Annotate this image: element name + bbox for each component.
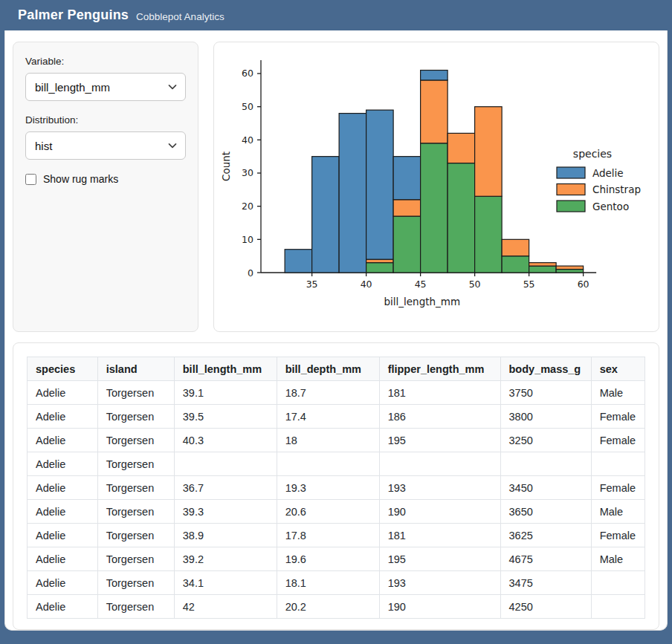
sidebar: Variable: bill_length_mm Distribution: h… — [13, 42, 198, 332]
table-cell: 4675 — [500, 547, 591, 571]
app-header: Palmer Penguins Cobblepot Analytics — [0, 0, 672, 30]
rug-checkbox-row: Show rug marks — [25, 173, 186, 185]
table-row: AdelieTorgersen39.219.61954675Male — [28, 547, 645, 571]
table-row: AdelieTorgersen39.320.61903650Male — [28, 500, 645, 524]
table-cell: Adelie — [28, 524, 98, 547]
legend-label-gentoo: Gentoo — [592, 200, 629, 212]
table-cell: Torgersen — [97, 595, 174, 619]
histogram-bar-gentoo — [529, 266, 557, 273]
histogram-bar-gentoo — [475, 196, 503, 273]
table-cell: 3625 — [500, 524, 591, 547]
table-cell: 40.3 — [174, 429, 277, 452]
table-cell: Male — [591, 381, 644, 405]
variable-select[interactable]: bill_length_mm — [25, 73, 186, 101]
table-cell: Torgersen — [97, 405, 174, 429]
legend-title: species — [573, 148, 612, 160]
table-cell: 3750 — [500, 381, 591, 405]
histogram-bar-adelie — [285, 249, 312, 272]
legend-swatch-gentoo — [557, 201, 585, 212]
table-cell: Torgersen — [97, 547, 174, 571]
table-cell — [379, 452, 500, 476]
histogram-bar-gentoo — [448, 163, 475, 272]
histogram-bar-gentoo — [393, 216, 421, 273]
table-cell: Male — [591, 547, 644, 571]
page-container: Variable: bill_length_mm Distribution: h… — [4, 30, 668, 631]
table-cell: 3450 — [500, 476, 591, 500]
table-cell: Adelie — [28, 381, 98, 405]
variable-label: Variable: — [25, 56, 186, 67]
histogram-bar-chinstrap — [393, 199, 421, 215]
table-cell: 42 — [174, 595, 277, 619]
table-cell: Torgersen — [97, 524, 174, 547]
table-cell — [591, 452, 644, 476]
svg-text:0: 0 — [248, 267, 253, 278]
table-cell — [174, 452, 277, 476]
table-body: AdelieTorgersen39.118.71813750MaleAdelie… — [28, 381, 645, 619]
table-cell: Female — [591, 524, 644, 547]
table-cell: 17.4 — [277, 405, 379, 429]
svg-text:60: 60 — [242, 68, 253, 79]
table-cell: Torgersen — [97, 429, 174, 452]
histogram-bar-gentoo — [421, 143, 448, 272]
distribution-select[interactable]: hist — [25, 131, 186, 160]
distribution-select-wrap: hist — [25, 131, 186, 160]
table-cell: 190 — [379, 595, 500, 619]
histogram-bar-adelie — [393, 156, 421, 199]
legend-label-adelie: Adelie — [592, 166, 624, 178]
legend-label-chinstrap: Chinstrap — [592, 183, 641, 195]
table-cell: Adelie — [28, 476, 98, 500]
legend-swatch-chinstrap — [557, 183, 585, 195]
table-cell: Adelie — [28, 405, 98, 429]
svg-text:30: 30 — [242, 167, 253, 178]
histogram-bar-adelie — [421, 70, 448, 79]
table-cell: 19.6 — [277, 547, 379, 571]
histogram-bar-gentoo — [502, 256, 529, 272]
table-row: AdelieTorgersen39.118.71813750Male — [28, 381, 645, 405]
table-cell — [591, 595, 644, 619]
table-cell: Adelie — [28, 571, 98, 595]
column-header-species: species — [28, 357, 98, 381]
histogram-bar-gentoo — [556, 269, 584, 272]
histogram-bar-adelie — [312, 156, 340, 272]
y-axis-label: Count — [220, 151, 232, 180]
variable-select-value: bill_length_mm — [35, 81, 110, 94]
table-cell: Torgersen — [97, 500, 174, 524]
app-subtitle: Cobblepot Analytics — [136, 9, 224, 22]
column-header-bill_length_mm: bill_length_mm — [174, 357, 277, 381]
table-cell — [277, 452, 379, 476]
table-cell: 39.5 — [174, 405, 277, 429]
table-row: AdelieTorgersen38.917.81813625Female — [28, 524, 645, 547]
table-cell: 34.1 — [174, 571, 277, 595]
svg-text:10: 10 — [242, 233, 253, 244]
histogram-bar-chinstrap — [529, 262, 557, 265]
legend-swatch-adelie — [557, 167, 585, 178]
histogram-bar-chinstrap — [421, 79, 448, 143]
rug-checkbox[interactable] — [25, 174, 36, 185]
table-cell: 4250 — [500, 595, 591, 619]
svg-text:45: 45 — [415, 279, 427, 290]
column-header-sex: sex — [591, 357, 644, 381]
column-header-body_mass_g: body_mass_g — [500, 357, 591, 381]
top-row: Variable: bill_length_mm Distribution: h… — [13, 42, 659, 332]
table-cell: 190 — [379, 500, 500, 524]
table-cell: Adelie — [28, 500, 98, 524]
penguins-table: speciesislandbill_length_mmbill_depth_mm… — [27, 357, 645, 619]
table-cell: Female — [591, 476, 644, 500]
rug-checkbox-label[interactable]: Show rug marks — [43, 173, 118, 185]
svg-text:50: 50 — [469, 279, 481, 290]
svg-text:20: 20 — [242, 201, 253, 212]
x-axis-label: bill_length_mm — [384, 296, 460, 308]
table-cell: Adelie — [28, 547, 98, 571]
table-cell: 193 — [379, 571, 500, 595]
histogram-bar-chinstrap — [502, 239, 529, 256]
histogram-bar-chinstrap — [556, 266, 584, 269]
table-cell: 193 — [379, 476, 500, 500]
table-cell: 38.9 — [174, 524, 277, 547]
table-cell: 195 — [379, 547, 500, 571]
table-cell: Torgersen — [97, 476, 174, 500]
svg-text:40: 40 — [242, 134, 253, 145]
table-row: AdelieTorgersen34.118.11933475 — [28, 571, 645, 595]
table-cell: 3250 — [500, 429, 591, 452]
table-cell: 3650 — [500, 500, 591, 524]
histogram-plot: 0102030405060354045505560bill_length_mmC… — [217, 46, 656, 328]
